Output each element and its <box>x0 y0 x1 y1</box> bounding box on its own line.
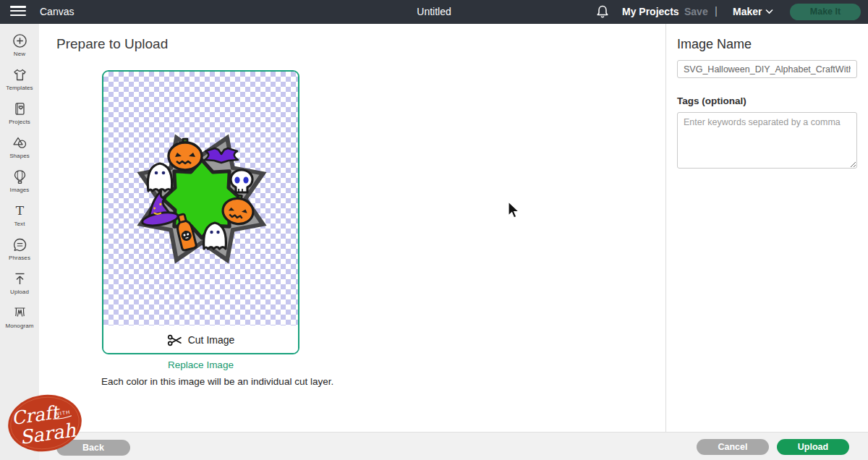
craft-with-sarah-logo: Craft WITH Sarah <box>4 391 87 457</box>
plus-circle-icon <box>12 33 28 49</box>
sidebar-item-monogram[interactable]: Monogram <box>0 304 39 329</box>
svg-text:T: T <box>15 203 24 218</box>
sidebar-item-images[interactable]: Images <box>0 169 39 193</box>
my-projects-link[interactable]: My Projects <box>622 6 679 17</box>
scissors-icon <box>167 333 182 348</box>
page-title: Prepare to Upload <box>56 36 168 52</box>
save-link[interactable]: Save <box>684 6 708 17</box>
cancel-button[interactable]: Cancel <box>697 439 769 455</box>
upload-button[interactable]: Upload <box>777 439 849 455</box>
sidebar-item-templates[interactable]: Templates <box>0 67 39 91</box>
notebook-heart-icon <box>12 101 28 117</box>
make-it-button[interactable]: Make It <box>790 4 861 20</box>
cut-image-label: Cut Image <box>188 334 235 346</box>
footer-bar: Back Cancel Upload <box>39 432 868 460</box>
upload-arrow-icon <box>12 271 28 287</box>
sidebar-item-shapes[interactable]: Shapes <box>0 135 39 159</box>
menu-icon[interactable] <box>10 6 26 18</box>
canvas-link[interactable]: Canvas <box>40 6 74 17</box>
halloween-wreath-image <box>103 72 299 325</box>
machine-selector[interactable]: Maker <box>733 6 762 17</box>
sidebar-item-projects[interactable]: Projects <box>0 101 39 125</box>
speech-bubble-icon <box>12 237 28 253</box>
letter-t-icon: T <box>12 203 28 219</box>
panel-divider <box>665 24 666 432</box>
sidebar-item-text[interactable]: T Text <box>0 203 39 227</box>
topbar-divider: | <box>715 4 718 17</box>
chevron-down-icon[interactable] <box>765 9 773 14</box>
tags-label: Tags (optional) <box>677 95 746 106</box>
triangle-circle-icon <box>12 135 28 151</box>
tags-textarea[interactable] <box>677 112 857 169</box>
cut-image-row[interactable]: Cut Image <box>103 325 298 354</box>
transparent-checkerboard <box>103 72 298 325</box>
upload-preview-card: Cut Image <box>102 70 299 354</box>
mouse-cursor <box>506 201 522 220</box>
sidebar-item-phrases[interactable]: Phrases <box>0 237 39 261</box>
cut-layer-description: Each color in this image will be an indi… <box>101 376 354 388</box>
tshirt-icon <box>12 67 28 83</box>
top-bar: Canvas Untitled My Projects Save | Maker… <box>0 0 868 24</box>
hot-air-balloon-icon <box>12 169 28 185</box>
monogram-icon <box>12 304 28 321</box>
image-name-input[interactable] <box>677 60 857 78</box>
replace-image-link[interactable]: Replace Image <box>102 359 299 370</box>
notifications-bell-icon[interactable] <box>595 4 610 19</box>
sidebar-item-upload[interactable]: Upload <box>0 271 39 295</box>
ghost-bottom <box>204 223 226 249</box>
ghost-left <box>148 163 171 191</box>
sidebar-item-new[interactable]: New <box>0 33 39 57</box>
image-name-heading: Image Name <box>677 37 752 52</box>
